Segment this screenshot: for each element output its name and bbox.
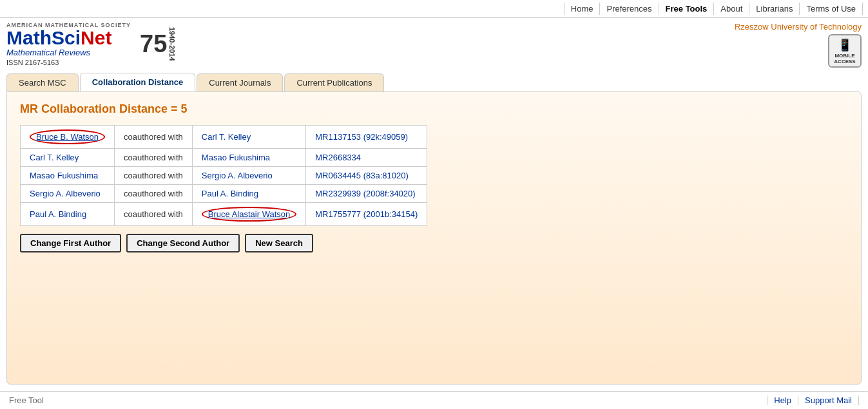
table-row: Carl T. Kelleycoauthored withMasao Fukus… (21, 149, 427, 167)
issn-label: ISSN 2167-5163 (6, 59, 131, 66)
mobile-access-badge: 📱 MOBILE ACCESS (828, 34, 862, 68)
logo-text: AMERICAN MATHEMATICAL SOCIETY MathSciNet… (6, 22, 131, 66)
author1-cell: Masao Fukushima (21, 167, 115, 185)
footer-free-tool-label: Free Tool (9, 395, 44, 405)
table-row: Paul A. Bindingcoauthored withBruce Alas… (21, 203, 427, 226)
author2-link[interactable]: Carl T. Kelley (202, 132, 251, 142)
author2-cell: Paul A. Binding (192, 185, 305, 203)
mr-cell: MR0634445 (83a:81020) (306, 167, 427, 185)
relation-cell: coauthored with (115, 167, 193, 185)
logo-red-part: Net (81, 27, 111, 48)
relation-cell: coauthored with (115, 203, 193, 226)
relation-cell: coauthored with (115, 126, 193, 149)
tab-search-msc[interactable]: Search MSC (6, 73, 79, 91)
mr-cell: MR1137153 (92k:49059) (306, 126, 427, 149)
author1-link[interactable]: Masao Fukushima (30, 171, 98, 180)
tab-current-journals[interactable]: Current Journals (197, 73, 283, 91)
author1-link-circled[interactable]: Bruce B. Watson (30, 129, 105, 144)
author2-cell: Sergio A. Albeverio (192, 167, 305, 185)
anniversary-badge: 75 1940-2014 (140, 27, 175, 61)
mobile-icon: 📱 (838, 38, 852, 52)
mr-link[interactable]: MR2668334 (315, 153, 361, 162)
relation-cell: coauthored with (115, 185, 193, 203)
author2-link[interactable]: Sergio A. Albeverio (202, 171, 273, 180)
author1-link[interactable]: Carl T. Kelley (30, 153, 79, 162)
mr-cell: MR1755777 (2001b:34154) (306, 203, 427, 226)
table-row: Sergio A. Albeveriocoauthored withPaul A… (21, 185, 427, 203)
collaboration-distance-title: MR Collaboration Distance = 5 (20, 102, 848, 116)
nav-preferences[interactable]: Preferences (600, 3, 659, 15)
author1-link[interactable]: Paul A. Binding (30, 209, 86, 219)
author1-cell: Carl T. Kelley (21, 149, 115, 167)
nav-terms[interactable]: Terms of Use (800, 3, 863, 15)
footer-links: Help Support Mail (767, 395, 859, 405)
anniversary-number: 75 (140, 32, 167, 56)
footer-support-mail-link[interactable]: Support Mail (798, 395, 859, 405)
results-table: Bruce B. Watsoncoauthored withCarl T. Ke… (20, 125, 427, 226)
logo-block: AMERICAN MATHEMATICAL SOCIETY MathSciNet… (6, 22, 175, 66)
nav-librarians[interactable]: Librarians (749, 3, 800, 15)
logo-blue-part: MathSci (6, 27, 81, 48)
author1-link[interactable]: Sergio A. Albeverio (30, 189, 101, 198)
mr-link[interactable]: MR0634445 (83a:81020) (315, 171, 409, 180)
institution-name: Rzeszow University of Technology (735, 22, 862, 32)
author2-cell: Masao Fukushima (192, 149, 305, 167)
anniversary-years: 1940-2014 (168, 27, 175, 61)
change-first-author-button[interactable]: Change First Author (20, 234, 121, 252)
relation-cell: coauthored with (115, 149, 193, 167)
footer: Free Tool Help Support Mail (0, 391, 868, 409)
author1-cell: Paul A. Binding (21, 203, 115, 226)
header-right: Rzeszow University of Technology 📱 MOBIL… (735, 22, 862, 68)
tab-bar: Search MSC Collaboration Distance Curren… (0, 73, 868, 91)
author1-cell: Sergio A. Albeverio (21, 185, 115, 203)
author1-cell: Bruce B. Watson (21, 126, 115, 149)
table-row: Masao Fukushimacoauthored withSergio A. … (21, 167, 427, 185)
nav-free-tools[interactable]: Free Tools (659, 3, 715, 15)
math-reviews-subtitle: Mathematical Reviews (6, 48, 131, 57)
mr-link[interactable]: MR2329939 (2008f:34020) (315, 189, 415, 198)
mobile-label: MOBILE ACCESS (829, 53, 860, 64)
table-row: Bruce B. Watsoncoauthored withCarl T. Ke… (21, 126, 427, 149)
tab-current-publications[interactable]: Current Publications (284, 73, 384, 91)
main-content: MR Collaboration Distance = 5 Bruce B. W… (6, 91, 862, 385)
author2-link-circled[interactable]: Bruce Alastair Watson (202, 207, 296, 222)
tab-collaboration-distance[interactable]: Collaboration Distance (80, 73, 196, 91)
nav-home[interactable]: Home (564, 3, 601, 15)
action-buttons: Change First Author Change Second Author… (20, 234, 848, 252)
change-second-author-button[interactable]: Change Second Author (126, 234, 240, 252)
author2-link[interactable]: Masao Fukushima (202, 153, 270, 162)
author2-cell: Carl T. Kelley (192, 126, 305, 149)
mr-link[interactable]: MR1755777 (2001b:34154) (315, 209, 418, 219)
author2-cell: Bruce Alastair Watson (192, 203, 305, 226)
mr-cell: MR2329939 (2008f:34020) (306, 185, 427, 203)
author2-link[interactable]: Paul A. Binding (202, 189, 258, 198)
footer-help-link[interactable]: Help (767, 395, 798, 405)
mathscinet-logo: MathSciNet (6, 28, 131, 48)
new-search-button[interactable]: New Search (245, 234, 313, 252)
mr-link[interactable]: MR1137153 (92k:49059) (315, 132, 408, 142)
header: AMERICAN MATHEMATICAL SOCIETY MathSciNet… (0, 18, 868, 70)
nav-about[interactable]: About (714, 3, 749, 15)
mr-cell: MR2668334 (306, 149, 427, 167)
top-navigation: Home Preferences Free Tools About Librar… (0, 0, 868, 18)
